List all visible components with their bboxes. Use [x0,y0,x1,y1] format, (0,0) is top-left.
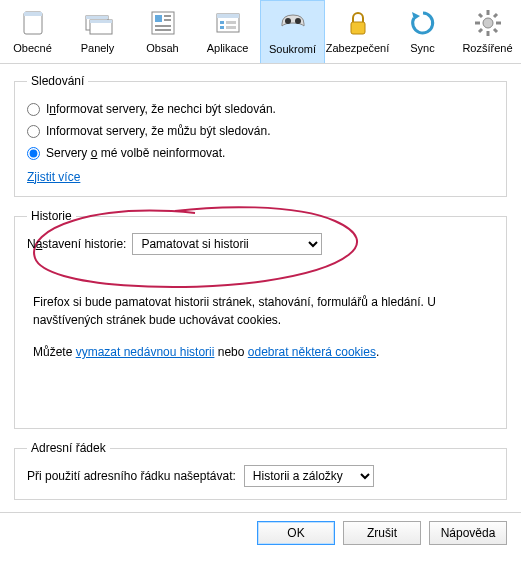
svg-rect-7 [155,15,162,22]
toolbar-tab-label: Aplikace [195,42,260,54]
history-legend: Historie [27,209,76,223]
svg-rect-1 [24,12,42,16]
svg-point-21 [483,18,493,28]
toolbar-tab-label: Sync [390,42,455,54]
help-button[interactable]: Nápověda [429,521,507,545]
panels-icon [65,6,130,40]
toolbar-tab-security[interactable]: Zabezpečení [325,0,390,63]
toolbar-tab-privacy[interactable]: Soukromí [260,0,325,63]
toolbar-tab-general[interactable]: Obecné [0,0,65,63]
toolbar-tab-panels[interactable]: Panely [65,0,130,63]
svg-rect-5 [90,20,112,23]
svg-point-18 [285,18,291,24]
addressbar-suggest-label: Při použití adresního řádku našeptávat: [27,469,236,483]
svg-line-29 [479,29,482,32]
svg-rect-17 [226,26,236,29]
advanced-icon [455,6,520,40]
sync-icon [390,6,455,40]
remove-cookies-link[interactable]: odebrat některá cookies [248,345,376,359]
svg-point-19 [295,18,301,24]
privacy-icon [261,7,324,41]
tracking-opt-no-pref[interactable]: Servery o mé volbě neinformovat. [27,142,494,164]
dialog-button-bar: OK Zrušit Nápověda [0,512,521,559]
toolbar-tab-content[interactable]: Obsah [130,0,195,63]
svg-rect-9 [164,19,171,21]
security-icon [325,6,390,40]
tracking-radio-3[interactable] [27,147,40,160]
addressbar-legend: Adresní řádek [27,441,110,455]
general-icon [0,6,65,40]
svg-rect-16 [220,26,224,29]
toolbar-tab-advanced[interactable]: Rozšířené [455,0,520,63]
tracking-opt-allow-track[interactable]: Informovat servery, že můžu být sledován… [27,120,494,142]
tracking-radio-1[interactable] [27,103,40,116]
cancel-button[interactable]: Zrušit [343,521,421,545]
tracking-radio-2[interactable] [27,125,40,138]
toolbar-tab-apps[interactable]: Aplikace [195,0,260,63]
toolbar-tab-label: Zabezpečení [325,42,390,54]
tracking-legend: Sledování [27,74,88,88]
content-icon [130,6,195,40]
apps-icon [195,6,260,40]
tracking-group: Sledování Informovat servery, že nechci … [14,74,507,197]
toolbar-tab-label: Obecné [0,42,65,54]
history-info-text: Firefox si bude pamatovat historii strán… [33,293,488,329]
tracking-opt-do-not-track[interactable]: Informovat servery, že nechci být sledov… [27,98,494,120]
svg-rect-3 [86,16,108,19]
svg-rect-20 [351,22,365,34]
addressbar-group: Adresní řádek Při použití adresního řádk… [14,441,507,500]
toolbar-tab-label: Soukromí [261,43,324,55]
toolbar-tab-label: Obsah [130,42,195,54]
addressbar-suggest-select[interactable]: Historii a záložky [244,465,374,487]
tracking-learn-more-link[interactable]: Zjistit více [27,170,80,184]
history-mode-label: Nastavení historie: [27,237,126,251]
svg-rect-14 [220,21,224,24]
clear-history-link[interactable]: vymazat nedávnou historii [76,345,215,359]
svg-rect-10 [155,25,171,27]
svg-line-28 [494,14,497,17]
history-group: Historie Nastavení historie: Pamatovat s… [14,209,507,429]
history-info-links: Můžete vymazat nedávnou historii nebo od… [33,343,488,361]
toolbar-tab-label: Rozšířené [455,42,520,54]
svg-line-26 [479,14,482,17]
svg-rect-15 [226,21,236,24]
svg-line-27 [494,29,497,32]
history-mode-select[interactable]: Pamatovat si historii [132,233,322,255]
svg-rect-13 [217,14,239,18]
ok-button[interactable]: OK [257,521,335,545]
toolbar: ObecnéPanelyObsahAplikaceSoukromíZabezpe… [0,0,521,64]
toolbar-tab-label: Panely [65,42,130,54]
svg-rect-8 [164,15,171,17]
svg-rect-11 [155,29,171,31]
toolbar-tab-sync[interactable]: Sync [390,0,455,63]
